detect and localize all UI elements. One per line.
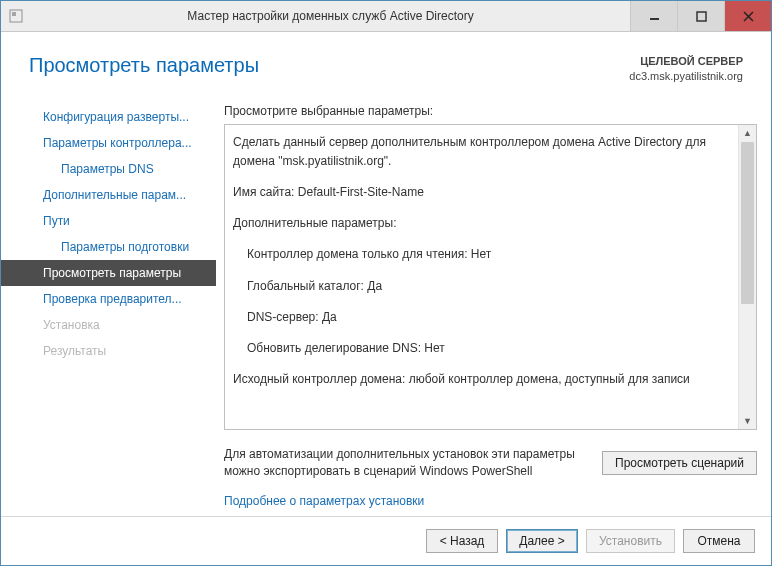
titlebar-title: Мастер настройки доменных служб Active D… (31, 1, 630, 31)
review-line: Исходный контроллер домена: любой контро… (233, 370, 730, 389)
step-dc-options[interactable]: Параметры контроллера... (1, 130, 216, 156)
steps-sidebar: Конфигурация разверты... Параметры контр… (1, 100, 216, 516)
review-line: Глобальный каталог: Да (233, 277, 730, 296)
step-prereq-check[interactable]: Проверка предварител... (1, 286, 216, 312)
back-button[interactable]: < Назад (426, 529, 498, 553)
review-textbox: Сделать данный сервер дополнительным кон… (224, 124, 757, 431)
scroll-thumb[interactable] (741, 142, 754, 304)
review-line: DNS-сервер: Да (233, 308, 730, 327)
review-line: Сделать данный сервер дополнительным кон… (233, 133, 730, 171)
review-content[interactable]: Сделать данный сервер дополнительным кон… (225, 125, 738, 430)
next-button[interactable]: Далее > (506, 529, 578, 553)
titlebar: Мастер настройки доменных служб Active D… (1, 1, 771, 32)
step-deployment-config[interactable]: Конфигурация разверты... (1, 104, 216, 130)
step-results: Результаты (1, 338, 216, 364)
step-additional-options[interactable]: Дополнительные парам... (1, 182, 216, 208)
more-info-link[interactable]: Подробнее о параметрах установки (224, 494, 757, 508)
main-panel: Просмотрите выбранные параметры: Сделать… (216, 100, 757, 516)
cancel-button[interactable]: Отмена (683, 529, 755, 553)
step-review-options[interactable]: Просмотреть параметры (1, 260, 216, 286)
step-paths[interactable]: Пути (1, 208, 216, 234)
target-server: ЦЕЛЕВОЙ СЕРВЕР dc3.msk.pyatilistnik.org (629, 54, 743, 84)
app-icon (1, 1, 31, 31)
scrollbar[interactable]: ▲ ▼ (738, 125, 756, 430)
header: Просмотреть параметры ЦЕЛЕВОЙ СЕРВЕР dc3… (1, 32, 771, 100)
step-dns-options[interactable]: Параметры DNS (1, 156, 216, 182)
scroll-track[interactable] (739, 142, 756, 413)
close-button[interactable] (724, 1, 771, 31)
scroll-down-icon[interactable]: ▼ (739, 412, 756, 429)
footer: < Назад Далее > Установить Отмена (1, 516, 771, 565)
svg-rect-3 (697, 12, 706, 21)
install-button: Установить (586, 529, 675, 553)
review-line: Контроллер домена только для чтения: Нет (233, 245, 730, 264)
svg-rect-1 (12, 12, 16, 16)
export-hint: Для автоматизации дополнительных установ… (224, 446, 590, 480)
maximize-button[interactable] (677, 1, 724, 31)
view-script-button[interactable]: Просмотреть сценарий (602, 451, 757, 475)
body: Конфигурация разверты... Параметры контр… (1, 100, 771, 516)
target-server-label: ЦЕЛЕВОЙ СЕРВЕР (629, 54, 743, 69)
minimize-button[interactable] (630, 1, 677, 31)
review-instruction: Просмотрите выбранные параметры: (224, 104, 757, 118)
scroll-up-icon[interactable]: ▲ (739, 125, 756, 142)
review-line: Имя сайта: Default-First-Site-Name (233, 183, 730, 202)
target-server-value: dc3.msk.pyatilistnik.org (629, 69, 743, 84)
step-preparation-options[interactable]: Параметры подготовки (1, 234, 216, 260)
window-controls (630, 1, 771, 31)
export-row: Для автоматизации дополнительных установ… (224, 446, 757, 480)
review-line: Обновить делегирование DNS: Нет (233, 339, 730, 358)
page-title: Просмотреть параметры (29, 54, 259, 77)
review-line: Дополнительные параметры: (233, 214, 730, 233)
wizard-window: Мастер настройки доменных служб Active D… (0, 0, 772, 566)
step-installation: Установка (1, 312, 216, 338)
